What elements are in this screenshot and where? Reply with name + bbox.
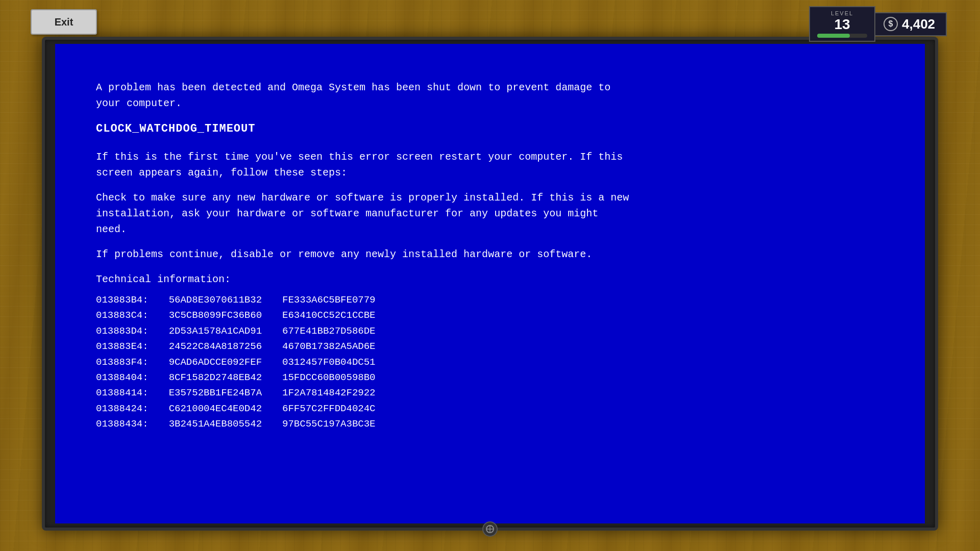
hex-val2: 1F2A7814842F2922 — [282, 385, 375, 400]
hex-rows: 013883B4:56AD8E3070611B32FE333A6C5BFE077… — [96, 292, 884, 432]
hex-addr: 01388424: — [96, 401, 149, 416]
hex-val2: 4670B17382A5AD6E — [282, 339, 375, 354]
hex-val2: 97BC55C197A3BC3E — [282, 416, 375, 432]
bsod-screen: A problem has been detected and Omega Sy… — [55, 44, 925, 523]
hex-addr: 01388404: — [96, 370, 149, 385]
hex-row: 013883D4:2D53A1578A1CAD91677E41BB27D586D… — [96, 323, 884, 339]
hex-val2: 0312457F0B04DC51 — [282, 355, 375, 370]
hex-val2: E63410CC52C1CCBE — [282, 308, 375, 323]
hex-val1: E35752BB1FE24B7A — [169, 385, 262, 400]
hex-addr: 013883B4: — [96, 292, 149, 308]
monitor-frame: A problem has been detected and Omega Sy… — [42, 37, 938, 531]
hex-addr: 01388414: — [96, 385, 149, 400]
hex-val1: 9CAD6ADCCE092FEF — [169, 355, 262, 370]
level-label: LEVEL — [831, 10, 853, 16]
hex-row: 013883F4:9CAD6ADCCE092FEF0312457F0B04DC5… — [96, 355, 884, 370]
hex-val1: 56AD8E3070611B32 — [169, 292, 262, 308]
exit-button[interactable]: Exit — [31, 9, 97, 35]
hex-val1: 8CF1582D2748EB42 — [169, 370, 262, 385]
money-amount: 4,402 — [902, 16, 935, 32]
bsod-error-code: CLOCK_WATCHDOG_TIMEOUT — [96, 120, 884, 138]
hex-addr: 013883E4: — [96, 339, 149, 354]
hex-row: 01388424:C6210004EC4E0D426FF57C2FFDD4024… — [96, 401, 884, 416]
tech-info-label: Technical information: — [96, 271, 884, 287]
level-box: LEVEL 13 — [809, 6, 875, 42]
hex-val1: 3C5CB8099FC36B60 — [169, 308, 262, 323]
hex-row: 01388404:8CF1582D2748EB4215FDCC60B00598B… — [96, 370, 884, 385]
level-number: 13 — [834, 16, 850, 33]
hud: LEVEL 13 $ 4,402 — [809, 6, 947, 42]
hex-row: 01388414:E35752BB1FE24B7A1F2A7814842F292… — [96, 385, 884, 400]
tech-info: Technical information: 013883B4:56AD8E30… — [96, 271, 884, 432]
hex-row: 013883B4:56AD8E3070611B32FE333A6C5BFE077… — [96, 292, 884, 308]
hex-val1: 24522C84A8187256 — [169, 339, 262, 354]
level-bar — [817, 34, 850, 38]
bsod-line2: If this is the first time you've seen th… — [96, 149, 884, 181]
hex-addr: 01388434: — [96, 416, 149, 432]
money-box: $ 4,402 — [875, 12, 947, 36]
hex-addr: 013883F4: — [96, 355, 149, 370]
monitor-logo — [482, 521, 498, 537]
dollar-icon: $ — [884, 17, 898, 31]
hex-row: 01388434:3B2451A4EB80554297BC55C197A3BC3… — [96, 416, 884, 432]
hex-val2: 677E41BB27D586DE — [282, 323, 375, 339]
hex-addr: 013883C4: — [96, 308, 149, 323]
level-bar-container — [817, 34, 867, 38]
hex-val2: 6FF57C2FFDD4024C — [282, 401, 375, 416]
bsod-line3: Check to make sure any new hardware or s… — [96, 190, 884, 237]
hex-val1: 2D53A1578A1CAD91 — [169, 323, 262, 339]
bsod-line1: A problem has been detected and Omega Sy… — [96, 80, 884, 111]
hex-row: 013883C4:3C5CB8099FC36B60E63410CC52C1CCB… — [96, 308, 884, 323]
monitor-logo-icon — [485, 524, 495, 534]
hex-val1: 3B2451A4EB805542 — [169, 416, 262, 432]
hex-val1: C6210004EC4E0D42 — [169, 401, 262, 416]
hex-val2: FE333A6C5BFE0779 — [282, 292, 375, 308]
hex-val2: 15FDCC60B00598B0 — [282, 370, 375, 385]
hex-row: 013883E4:24522C84A81872564670B17382A5AD6… — [96, 339, 884, 354]
bsod-line4: If problems continue, disable or remove … — [96, 246, 884, 262]
hex-addr: 013883D4: — [96, 323, 149, 339]
